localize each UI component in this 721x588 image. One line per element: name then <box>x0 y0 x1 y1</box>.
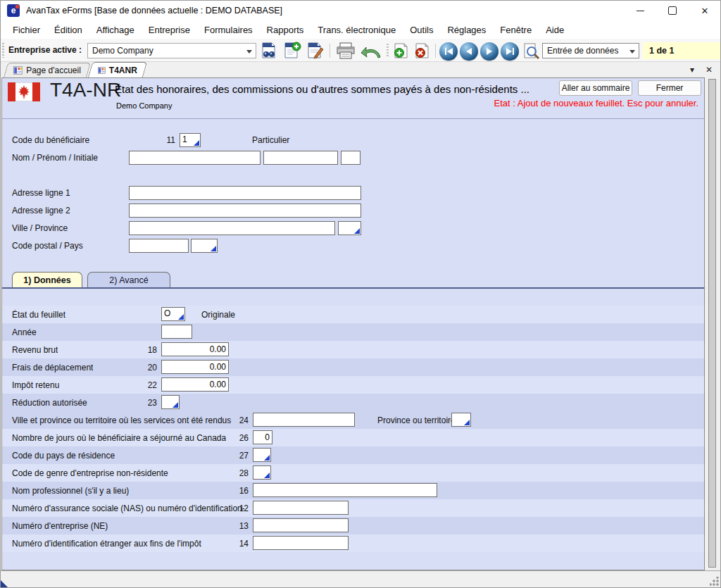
nav-first-button[interactable] <box>439 42 458 61</box>
address1-row: Adresse ligne 1 <box>2 186 704 200</box>
address-line2-input[interactable] <box>129 204 361 218</box>
menu-bar: FichierÉditionAffichageEntrepriseFormula… <box>0 21 721 39</box>
print-button[interactable] <box>334 42 358 60</box>
tab-t4anr[interactable]: T4ANR <box>88 62 147 77</box>
scrollbar-thumb[interactable] <box>708 79 716 568</box>
field-label: Ville / Province <box>12 223 68 233</box>
edit-company-button[interactable] <box>306 42 325 60</box>
postal-code-input[interactable] <box>129 239 189 253</box>
delete-slip-button[interactable] <box>413 42 432 60</box>
box-number: 20 <box>122 363 157 373</box>
initial-input[interactable] <box>341 151 360 165</box>
box-number: 14 <box>213 539 249 549</box>
t4anr-form-panel: T4A-NR État des honoraires, des commissi… <box>1 77 705 570</box>
field-input-20[interactable] <box>161 360 229 374</box>
menu-item-outils[interactable]: Outils <box>403 23 440 37</box>
field-input-22[interactable] <box>161 377 229 392</box>
province-territory-combo[interactable] <box>451 413 471 427</box>
field-combo-28[interactable] <box>253 465 271 480</box>
nav-next-button[interactable] <box>480 42 499 61</box>
menu-item-fichier[interactable]: Fichier <box>6 23 47 37</box>
city-input[interactable] <box>129 221 335 235</box>
field-row-20: Frais de déplacement20 <box>2 358 704 376</box>
nav-last-icon <box>513 48 514 55</box>
field-combo-23[interactable] <box>161 395 180 409</box>
data-entry-mode-select[interactable]: Entrée de données <box>542 43 639 58</box>
field-input-12[interactable] <box>253 501 349 515</box>
new-company-button[interactable] <box>282 42 302 60</box>
tab-donnees[interactable]: 1) Données <box>12 272 82 288</box>
field-label: Numéro d'entreprise (NE) <box>12 521 108 531</box>
firstname-input[interactable] <box>263 151 338 165</box>
menu-item-entreprise[interactable]: Entreprise <box>142 23 197 37</box>
surname-input[interactable] <box>129 151 261 165</box>
field-label: État du feuillet <box>12 310 65 320</box>
field-combo-0[interactable]: O <box>161 307 185 321</box>
find-company-button[interactable] <box>259 42 279 60</box>
tab-page-accueil[interactable]: Page d'accueil <box>4 63 91 77</box>
edit-company-icon <box>306 42 325 60</box>
field-input-18[interactable] <box>161 342 229 356</box>
form-code: T4A-NR <box>50 79 121 101</box>
province-combo[interactable] <box>338 221 361 235</box>
country-combo[interactable] <box>191 239 218 253</box>
field-combo-27[interactable] <box>253 448 271 462</box>
slip-icon <box>98 66 106 75</box>
recipient-code-value: 1 <box>182 135 187 144</box>
nav-previous-button[interactable] <box>460 42 478 61</box>
toolbar: Entreprise active : Demo Company <box>0 39 721 62</box>
close-form-button[interactable]: Fermer <box>638 80 701 96</box>
menu-item--dition[interactable]: Édition <box>47 23 89 37</box>
recipient-code-combo[interactable]: 1 <box>180 133 201 147</box>
go-to-summary-button[interactable]: Aller au sommaire <box>559 80 632 96</box>
active-company-label: Entreprise active : <box>8 45 82 55</box>
box-number: 11 <box>140 135 175 145</box>
field-label: Réduction autorisée <box>12 398 87 408</box>
add-slip-button[interactable] <box>391 42 411 60</box>
maximize-icon <box>668 6 677 15</box>
active-company-select[interactable]: Demo Company <box>87 43 256 58</box>
field-input-13[interactable] <box>253 518 349 532</box>
menu-item-trans-lectronique[interactable]: Trans. électronique <box>311 23 403 37</box>
inner-tab-divider <box>2 287 704 289</box>
field-label: Code de genre d'entreprise non-résidente <box>12 468 168 478</box>
field-input-24[interactable] <box>253 413 355 427</box>
close-button[interactable]: ✕ <box>689 0 721 21</box>
field-row-22: Impôt retenu22 <box>2 376 704 394</box>
nav-previous-icon <box>466 48 472 55</box>
combo-corner-icon <box>194 140 199 146</box>
minimize-button[interactable] <box>624 0 656 21</box>
menu-item-rapports[interactable]: Rapports <box>260 23 311 37</box>
tab-avance[interactable]: 2) Avancé <box>87 272 170 288</box>
menu-item-aide[interactable]: Aide <box>539 23 571 37</box>
field-row-26: Nombre de jours où le bénéficiaire a séj… <box>2 429 704 446</box>
field-extra-label: Province ou territoire <box>377 415 456 425</box>
field-input-1[interactable] <box>161 325 192 339</box>
menu-item-r-glages[interactable]: Réglages <box>440 23 493 37</box>
preview-icon <box>522 42 541 61</box>
nav-last-button[interactable] <box>501 42 519 61</box>
menu-item-formulaires[interactable]: Formulaires <box>197 23 260 37</box>
tab-close-button[interactable]: ✕ <box>706 65 713 75</box>
field-input-26[interactable] <box>253 430 272 444</box>
field-label: Adresse ligne 1 <box>12 188 70 198</box>
maximize-button[interactable] <box>656 0 689 21</box>
box-number: 18 <box>122 345 157 355</box>
field-row-27: Code du pays de résidence27 <box>2 446 704 464</box>
preview-button[interactable] <box>522 42 542 61</box>
record-counter: 1 de 1 <box>643 42 721 59</box>
box-number: 26 <box>213 433 249 443</box>
field-input-14[interactable] <box>253 536 349 550</box>
field-input-16[interactable] <box>253 483 437 497</box>
tab-list-dropdown[interactable]: ▾ <box>690 65 694 75</box>
resize-grip[interactable] <box>710 577 719 586</box>
address-line1-input[interactable] <box>129 186 361 200</box>
tab-label: Page d'accueil <box>26 65 81 75</box>
combo-corner-icon <box>264 473 270 478</box>
undo-button[interactable] <box>359 42 383 60</box>
menu-item-affichage[interactable]: Affichage <box>89 23 142 37</box>
menu-item-fen-tre[interactable]: Fenêtre <box>493 23 539 37</box>
box-number: 12 <box>213 503 249 513</box>
field-label: Revenu brut <box>12 345 58 355</box>
undo-icon <box>359 42 383 60</box>
